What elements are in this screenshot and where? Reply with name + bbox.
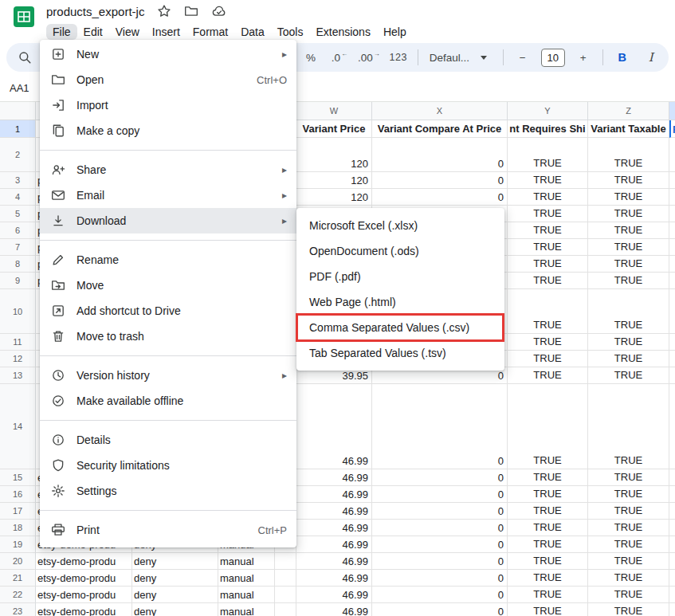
cell[interactable]: 0 <box>372 384 508 469</box>
cell[interactable]: 0 <box>372 587 508 603</box>
cell[interactable]: TRUE <box>588 206 669 222</box>
cell[interactable] <box>669 138 675 172</box>
cell[interactable]: 46.99 <box>296 587 372 603</box>
file-menu-item-new[interactable]: New▸ <box>40 41 296 67</box>
cell[interactable]: etsy-demo-produ <box>36 603 132 616</box>
row-header-22[interactable]: 22 <box>0 587 36 603</box>
row-header-2[interactable]: 2 <box>0 138 36 172</box>
cell[interactable] <box>275 570 296 587</box>
italic-button[interactable]: I <box>637 46 665 69</box>
cell[interactable]: TRUE <box>588 351 669 367</box>
more-formats-button[interactable]: 123 <box>384 46 413 69</box>
cell[interactable]: 0 <box>372 536 508 553</box>
row-header-14[interactable]: 14 <box>0 384 36 469</box>
cell[interactable]: TRUE <box>508 172 588 189</box>
row-header-15[interactable]: 15 <box>0 469 36 486</box>
cell[interactable]: TRUE <box>508 334 588 351</box>
cell[interactable]: TRUE <box>508 469 588 486</box>
name-box[interactable]: AA1 <box>10 73 29 102</box>
cell[interactable]: 0 <box>372 486 508 503</box>
selected-cell-aa1[interactable]: F <box>669 120 675 138</box>
file-menu-item-make-available-offline[interactable]: Make available offline <box>40 388 296 414</box>
cell[interactable] <box>669 503 675 520</box>
row-header-13[interactable]: 13 <box>0 367 36 384</box>
cell[interactable]: deny <box>132 587 218 603</box>
cell[interactable]: TRUE <box>588 587 669 603</box>
file-menu-item-details[interactable]: Details <box>40 427 296 453</box>
download-item-microsoft-excel-xlsx[interactable]: Microsoft Excel (.xlsx) <box>296 213 504 238</box>
row-header-7[interactable]: 7 <box>0 239 36 256</box>
download-item-tab-separated-values-tsv[interactable]: Tab Separated Values (.tsv) <box>296 340 504 366</box>
menu-insert[interactable]: Insert <box>146 24 186 40</box>
cell[interactable]: TRUE <box>588 334 669 351</box>
cell[interactable] <box>669 256 675 273</box>
file-menu-item-make-a-copy[interactable]: Make a copy <box>40 118 296 143</box>
cell[interactable]: 0 <box>372 172 508 189</box>
cell[interactable]: 46.99 <box>296 503 372 520</box>
cloud-status-icon[interactable] <box>211 4 227 18</box>
cell[interactable]: TRUE <box>588 603 669 616</box>
cell[interactable]: TRUE <box>588 222 669 239</box>
cell[interactable]: 0 <box>372 570 508 587</box>
column-header-w[interactable]: W <box>296 102 372 120</box>
file-menu-item-security-limitations[interactable]: Security limitations <box>40 453 296 478</box>
strikethrough-button[interactable]: S <box>665 46 675 69</box>
cell[interactable]: manual <box>218 553 275 570</box>
row-header-17[interactable]: 17 <box>0 503 36 520</box>
row-header-6[interactable]: 6 <box>0 222 36 239</box>
row-header-21[interactable]: 21 <box>0 570 36 587</box>
header-cell-x[interactable]: Variant Compare At Price <box>372 120 508 138</box>
font-selector[interactable]: Defaul... <box>423 46 498 69</box>
file-menu-item-add-shortcut-to-drive[interactable]: Add shortcut to Drive <box>40 298 296 324</box>
cell[interactable]: TRUE <box>508 289 588 334</box>
cell[interactable]: TRUE <box>588 239 669 256</box>
cell[interactable]: 46.99 <box>296 570 372 587</box>
cell[interactable]: TRUE <box>588 503 669 520</box>
cell[interactable]: TRUE <box>508 503 588 520</box>
cell[interactable]: TRUE <box>588 172 669 189</box>
cell[interactable] <box>669 603 675 616</box>
menu-file[interactable]: File <box>46 24 77 40</box>
cell[interactable]: 0 <box>372 189 508 206</box>
cell[interactable] <box>669 520 675 536</box>
cell[interactable]: TRUE <box>588 520 669 536</box>
cell[interactable]: 120 <box>296 189 372 206</box>
file-menu-item-rename[interactable]: Rename <box>40 247 296 273</box>
row-header-4[interactable]: 4 <box>0 189 36 206</box>
cell[interactable]: TRUE <box>508 587 588 603</box>
file-menu-item-settings[interactable]: Settings <box>40 478 296 504</box>
cell[interactable]: 46.99 <box>296 486 372 503</box>
cell[interactable] <box>669 486 675 503</box>
cell[interactable]: TRUE <box>588 189 669 206</box>
file-menu-item-email[interactable]: Email▸ <box>40 182 296 208</box>
file-menu-item-move-to-trash[interactable]: Move to trash <box>40 324 296 349</box>
cell[interactable]: TRUE <box>508 384 588 469</box>
cell[interactable]: TRUE <box>588 469 669 486</box>
cell[interactable]: etsy-demo-produ <box>36 570 132 587</box>
cell[interactable]: TRUE <box>508 553 588 570</box>
cell[interactable]: 46.99 <box>296 469 372 486</box>
menu-extensions[interactable]: Extensions <box>309 24 376 40</box>
cell[interactable] <box>669 553 675 570</box>
download-item-pdf-pdf[interactable]: PDF (.pdf) <box>296 264 504 289</box>
file-menu-item-open[interactable]: OpenCtrl+O <box>40 67 296 92</box>
download-item-opendocument-ods[interactable]: OpenDocument (.ods) <box>296 238 504 264</box>
cell[interactable] <box>275 553 296 570</box>
cell[interactable]: manual <box>218 603 275 616</box>
cell[interactable]: TRUE <box>508 273 588 289</box>
column-header-aa[interactable] <box>669 102 675 120</box>
cell[interactable]: TRUE <box>588 256 669 273</box>
row-header-10[interactable]: 10 <box>0 289 36 334</box>
cell[interactable]: deny <box>132 570 218 587</box>
cell[interactable]: TRUE <box>508 520 588 536</box>
menu-help[interactable]: Help <box>377 24 413 40</box>
cell[interactable]: etsy-demo-produ <box>36 587 132 603</box>
cell[interactable]: TRUE <box>588 289 669 334</box>
cell[interactable]: TRUE <box>508 138 588 172</box>
file-menu-item-download[interactable]: Download▸ <box>40 208 296 233</box>
file-menu-item-import[interactable]: Import <box>40 92 296 118</box>
cell[interactable] <box>669 172 675 189</box>
cell[interactable]: 0 <box>372 553 508 570</box>
cell[interactable]: 0 <box>372 138 508 172</box>
row-header-9[interactable]: 9 <box>0 273 36 289</box>
